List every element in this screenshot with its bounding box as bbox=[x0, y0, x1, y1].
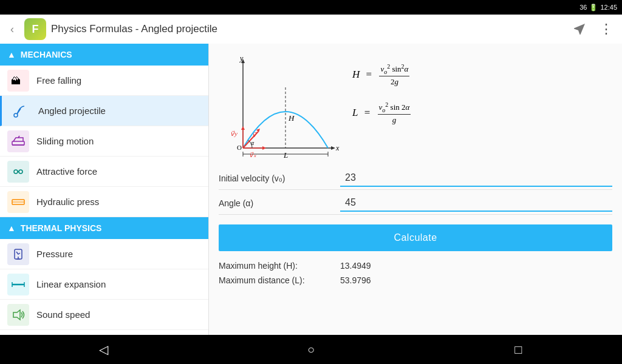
sidebar-item-hydraulic-press[interactable]: Hydraulic press bbox=[0, 187, 208, 217]
status-bar: 36 🔋 12:45 bbox=[0, 0, 622, 15]
sidebar-item-sound-speed[interactable]: Sound speed bbox=[0, 300, 208, 330]
H-formula-left: H bbox=[352, 69, 360, 81]
app-logo-text: F bbox=[32, 23, 39, 36]
svg-text:L: L bbox=[283, 150, 288, 160]
svg-text:O: O bbox=[237, 144, 242, 151]
hydraulic-press-label: Hydraulic press bbox=[36, 197, 99, 207]
home-icon: ○ bbox=[307, 343, 315, 357]
share-icon bbox=[572, 22, 587, 36]
hydraulic-press-icon bbox=[7, 191, 29, 213]
velocity-input[interactable] bbox=[340, 170, 612, 187]
sliding-motion-label: Sliding motion bbox=[36, 136, 94, 146]
linear-expansion-icon bbox=[7, 274, 29, 295]
recent-apps-button[interactable]: □ bbox=[500, 335, 536, 364]
content-area: x y O H L v⃗ₓ bbox=[209, 44, 622, 335]
svg-text:v⃗ₓ: v⃗ₓ bbox=[249, 151, 257, 158]
attractive-force-icon bbox=[7, 161, 29, 183]
mechanics-label: MECHANICS bbox=[21, 50, 72, 59]
sidebar-item-sliding-motion[interactable]: Sliding motion bbox=[0, 126, 208, 157]
bottom-nav: ◁ ○ □ bbox=[0, 335, 622, 364]
result-height-value: 13.4949 bbox=[340, 261, 371, 271]
nav-back-icon[interactable]: ‹ bbox=[5, 23, 19, 36]
velocity-input-row: Initial velocity (v₀) bbox=[219, 170, 612, 190]
thermal-section-header: ▲ THERMAL PHYSICS bbox=[0, 217, 208, 239]
equals-1: = bbox=[363, 69, 374, 81]
velocity-label: Initial velocity (v₀) bbox=[219, 174, 340, 183]
app-logo: F bbox=[24, 18, 46, 40]
svg-marker-20 bbox=[331, 146, 335, 150]
result-distance-value: 53.9796 bbox=[340, 275, 371, 285]
svg-rect-3 bbox=[12, 141, 24, 145]
main-content: ▲ MECHANICS 🏔 Free falling Angled projec… bbox=[0, 44, 622, 335]
thermal-chevron-icon: ▲ bbox=[7, 223, 16, 233]
svg-text:y: y bbox=[239, 54, 244, 62]
formula-container: H = vo2 sin2α 2g L = bbox=[352, 63, 612, 125]
H-denominator: 2g bbox=[389, 76, 400, 87]
back-button[interactable]: ◁ bbox=[86, 335, 122, 364]
calculate-button[interactable]: Calculate bbox=[219, 224, 612, 251]
svg-text:v⃗y: v⃗y bbox=[230, 130, 238, 137]
L-numerator: vo2 sin 2α bbox=[378, 101, 411, 115]
angle-input-row: Angle (α) bbox=[219, 195, 612, 215]
result-height-row: Maximum height (H): 13.4949 bbox=[219, 261, 612, 271]
recent-icon: □ bbox=[514, 343, 522, 357]
result-height-label: Maximum height (H): bbox=[219, 261, 340, 271]
result-distance-row: Maximum distance (L): 53.9796 bbox=[219, 275, 612, 285]
battery-text: 36 bbox=[579, 4, 587, 11]
equals-2: = bbox=[361, 107, 372, 119]
angled-projectile-label: Angled projectile bbox=[38, 106, 106, 116]
app-bar: ‹ F Physics Formulas - Angled projectile… bbox=[0, 15, 622, 44]
svg-marker-17 bbox=[13, 310, 20, 320]
more-menu-button[interactable]: ⋮ bbox=[595, 18, 617, 40]
angle-input[interactable] bbox=[340, 195, 612, 212]
svg-text:α: α bbox=[251, 140, 255, 146]
back-icon: ◁ bbox=[99, 342, 108, 357]
result-distance-label: Maximum distance (L): bbox=[219, 275, 340, 285]
pressure-label: Pressure bbox=[36, 249, 73, 259]
svg-marker-32 bbox=[262, 146, 266, 150]
H-numerator: vo2 sin2α bbox=[379, 63, 409, 76]
sidebar-item-linear-expansion[interactable]: Linear expansion bbox=[0, 269, 208, 300]
sidebar-item-angled-projectile[interactable]: Angled projectile bbox=[0, 96, 208, 126]
H-fraction: vo2 sin2α 2g bbox=[379, 63, 409, 87]
app-bar-actions: ⋮ bbox=[569, 18, 617, 40]
angled-projectile-icon bbox=[9, 100, 31, 122]
svg-point-7 bbox=[19, 170, 22, 174]
sound-speed-icon bbox=[7, 304, 29, 326]
sidebar: ▲ MECHANICS 🏔 Free falling Angled projec… bbox=[0, 44, 209, 335]
svg-text:🏔: 🏔 bbox=[11, 76, 21, 86]
svg-text:v⃗: v⃗ bbox=[252, 131, 257, 138]
projectile-diagram: x y O H L v⃗ₓ bbox=[219, 51, 340, 160]
home-button[interactable]: ○ bbox=[293, 335, 329, 364]
linear-expansion-label: Linear expansion bbox=[36, 279, 106, 289]
chevron-down-icon: ▲ bbox=[7, 50, 16, 59]
svg-marker-35 bbox=[241, 126, 245, 130]
svg-text:H: H bbox=[288, 113, 295, 123]
attractive-force-label: Attractive force bbox=[36, 166, 97, 177]
time-text: 12:45 bbox=[600, 4, 617, 11]
sidebar-item-pressure[interactable]: Pressure bbox=[0, 239, 208, 269]
sliding-motion-icon bbox=[7, 130, 29, 152]
mechanics-section-header: ▲ MECHANICS bbox=[0, 44, 208, 66]
share-button[interactable] bbox=[569, 18, 590, 40]
svg-text:x: x bbox=[335, 144, 340, 152]
pressure-icon bbox=[7, 243, 29, 265]
sidebar-item-free-falling[interactable]: 🏔 Free falling bbox=[0, 66, 208, 96]
L-formula-left: L bbox=[352, 107, 358, 119]
svg-point-6 bbox=[14, 170, 18, 174]
formulas-area: H = vo2 sin2α 2g L = bbox=[352, 51, 612, 125]
sidebar-item-attractive-force[interactable]: Attractive force bbox=[0, 157, 208, 187]
thermal-label: THERMAL PHYSICS bbox=[21, 223, 102, 233]
battery-icon: 🔋 bbox=[589, 4, 598, 12]
sound-speed-label: Sound speed bbox=[36, 309, 90, 320]
angle-label: Angle (α) bbox=[219, 198, 340, 208]
L-denominator: g bbox=[391, 115, 398, 125]
more-vert-icon: ⋮ bbox=[600, 21, 613, 37]
free-falling-label: Free falling bbox=[36, 75, 81, 86]
diagram-section: x y O H L v⃗ₓ bbox=[219, 51, 612, 160]
app-title: Physics Formulas - Angled projectile bbox=[51, 23, 564, 35]
L-fraction: vo2 sin 2α g bbox=[378, 101, 411, 125]
free-falling-icon: 🏔 bbox=[7, 70, 29, 92]
